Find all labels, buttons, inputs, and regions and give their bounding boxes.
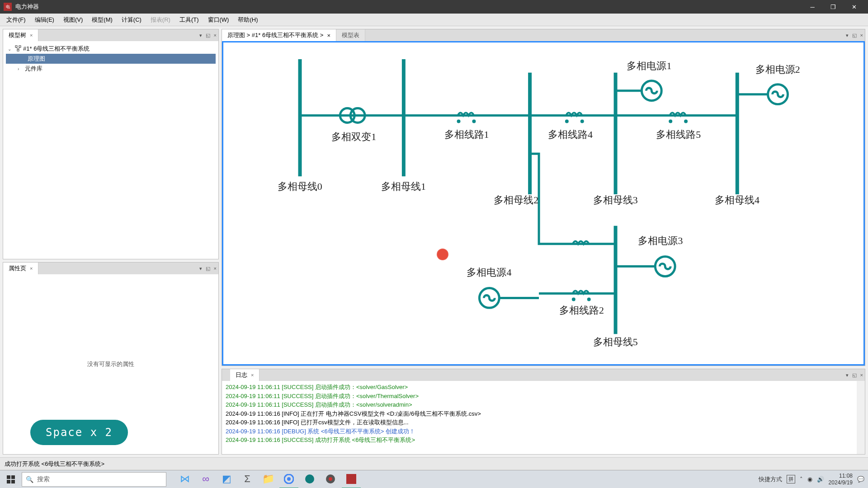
svg-point-18 <box>566 121 568 122</box>
src1-label: 多相电源1 <box>627 60 671 71</box>
vscode-icon[interactable]: ⋈ <box>175 470 194 488</box>
prop-tab-close[interactable]: × <box>30 266 33 271</box>
menu-tool[interactable]: 工具(T) <box>175 14 203 26</box>
svg-rect-1 <box>19 46 21 47</box>
log-tab-label: 日志 <box>236 371 247 379</box>
log-line: 2024-09-19 11:06:11 [SUCCESS] 启动插件成功：<so… <box>226 400 861 409</box>
chrome-icon[interactable] <box>279 470 298 488</box>
svg-rect-27 <box>11 480 15 483</box>
wifi-icon[interactable]: ◉ <box>807 476 812 483</box>
diagram-dropdown-icon[interactable]: ▾ <box>846 33 849 38</box>
taskbar-search[interactable]: 🔍 搜索 <box>22 472 166 487</box>
workspace: 模型树 × ▾ ◱ × ⌄ #1* 6母线三相不平衡系统 <box>0 26 868 457</box>
visualstudio-icon[interactable]: ∞ <box>196 470 215 488</box>
bus3-label: 多相母线3 <box>593 194 638 206</box>
app-icon-3[interactable]: ◩ <box>217 470 236 488</box>
menu-model[interactable]: 模型(M) <box>87 14 117 26</box>
log-close-icon[interactable]: × <box>860 372 863 378</box>
maximize-button[interactable]: ❐ <box>823 0 844 14</box>
menu-calc[interactable]: 计算(C) <box>117 14 146 26</box>
app-icon: 电 <box>4 3 12 11</box>
svg-rect-2 <box>17 49 19 51</box>
tray-label: 快捷方式 <box>759 475 782 483</box>
tree-expand-icon[interactable]: ⌄ <box>8 47 13 52</box>
tree-expand-icon[interactable]: › <box>18 66 23 71</box>
bus4-label: 多相母线4 <box>715 194 760 206</box>
tray-chevron-icon[interactable]: ˄ <box>800 476 803 483</box>
diagram-tab-active[interactable]: 原理图 > #1* 6母线三相不平衡系统 > × <box>222 29 336 41</box>
tree-item-schematic[interactable]: 原理图 <box>6 54 216 64</box>
minimize-button[interactable]: ─ <box>802 0 823 14</box>
sigma-icon[interactable]: Σ <box>238 470 257 488</box>
diagram-tab-inactive[interactable]: 模型表 <box>336 29 365 41</box>
edge-icon[interactable] <box>300 470 319 488</box>
tree-body: ⌄ #1* 6母线三相不平衡系统 原理图 › 元件库 <box>3 41 218 259</box>
right-column: 原理图 > #1* 6母线三相不平衡系统 > × 模型表 ▾ ◱ × <box>222 26 868 457</box>
log-body[interactable]: 2024-09-19 11:06:11 [SUCCESS] 启动插件成功：<so… <box>222 381 865 454</box>
prop-tab[interactable]: 属性页 × <box>3 263 38 274</box>
line2-label: 多相线路2 <box>559 305 604 316</box>
diagram-close-icon[interactable]: × <box>860 33 863 38</box>
diagram-canvas[interactable]: 多相母线0 多相母线1 多相母线2 多相母线3 多相母线4 多相母线5 多相双变… <box>222 41 865 366</box>
log-tab-close[interactable]: × <box>251 372 254 378</box>
prop-panel-controls: ▾ ◱ × <box>199 266 217 272</box>
log-dropdown-icon[interactable]: ▾ <box>846 372 849 378</box>
app-icon-main[interactable] <box>342 470 361 488</box>
diagram-tab-label: 模型表 <box>342 31 359 39</box>
svg-rect-25 <box>11 475 15 479</box>
explorer-icon[interactable]: 📁 <box>259 470 278 488</box>
diagram-tab-close[interactable]: × <box>327 32 330 39</box>
volume-icon[interactable]: 🔊 <box>817 476 824 483</box>
line4-label: 多相线路4 <box>548 129 593 140</box>
prop-close-icon[interactable]: × <box>214 266 217 272</box>
svg-point-22 <box>573 298 575 300</box>
log-line: 2024-09-19 11:06:16 [INFO] 正在打开 电力神器CSV模… <box>226 409 861 418</box>
tree-root[interactable]: ⌄ #1* 6母线三相不平衡系统 <box>6 44 216 54</box>
menu-help[interactable]: 帮助(H) <box>233 14 262 26</box>
prop-dropdown-icon[interactable]: ▾ <box>199 266 202 272</box>
menu-edit[interactable]: 编辑(E) <box>30 14 59 26</box>
tree-close-icon[interactable]: × <box>214 33 217 38</box>
menu-view[interactable]: 视图(V) <box>59 14 87 26</box>
src2-label: 多相电源2 <box>755 64 800 75</box>
svg-point-23 <box>588 298 590 300</box>
tree-item-library[interactable]: › 元件库 <box>6 64 216 74</box>
log-scrollbar[interactable] <box>857 381 865 454</box>
tree-popout-icon[interactable]: ◱ <box>206 33 210 38</box>
clock[interactable]: 11:08 2024/9/19 <box>829 473 853 486</box>
start-button[interactable] <box>0 470 22 488</box>
svg-point-17 <box>473 121 475 122</box>
tree-tab[interactable]: 模型树 × <box>3 29 38 41</box>
menu-window[interactable]: 窗口(W) <box>203 14 234 26</box>
tree-dropdown-icon[interactable]: ▾ <box>199 33 202 38</box>
diagram-popout-icon[interactable]: ◱ <box>852 33 857 38</box>
svg-point-16 <box>458 121 460 122</box>
tree-item-label: 元件库 <box>25 65 42 73</box>
svg-rect-24 <box>7 475 10 479</box>
record-icon[interactable] <box>321 470 340 488</box>
close-button[interactable]: ✕ <box>844 0 864 14</box>
tree-tab-close[interactable]: × <box>30 33 33 38</box>
ime-icon[interactable]: 拼 <box>787 475 795 483</box>
keystroke-overlay: Space x 2 <box>30 420 128 445</box>
prop-tab-label: 属性页 <box>9 264 26 272</box>
notification-icon[interactable]: 💬 <box>857 476 864 483</box>
bus2-label: 多相母线2 <box>494 194 538 206</box>
log-line: 2024-09-19 11:06:16 [DEBUG] 系统 <6母线三相不平衡… <box>226 427 861 436</box>
line1-label: 多相线路1 <box>444 129 489 140</box>
menu-bar: 文件(F) 编辑(E) 视图(V) 模型(M) 计算(C) 报表(R) 工具(T… <box>0 14 868 26</box>
time-text: 11:08 <box>829 473 853 479</box>
log-popout-icon[interactable]: ◱ <box>852 372 857 378</box>
diagram-panel-controls: ▾ ◱ × <box>846 33 863 38</box>
svg-point-29 <box>287 477 291 481</box>
log-tab[interactable]: 日志 × <box>230 369 259 381</box>
diagram-panel: 原理图 > #1* 6母线三相不平衡系统 > × 模型表 ▾ ◱ × <box>222 29 865 366</box>
prop-popout-icon[interactable]: ◱ <box>206 266 210 272</box>
taskbar: 🔍 搜索 ⋈ ∞ ◩ Σ 📁 快捷方式 拼 ˄ ◉ 🔊 11:08 2024/9… <box>0 470 868 488</box>
menu-file[interactable]: 文件(F) <box>2 14 30 26</box>
xfmr-label: 多相双变1 <box>331 131 376 142</box>
svg-point-21 <box>685 121 687 122</box>
line5-label: 多相线路5 <box>656 129 701 140</box>
app-title: 电力神器 <box>15 3 802 11</box>
svg-point-20 <box>670 121 671 122</box>
